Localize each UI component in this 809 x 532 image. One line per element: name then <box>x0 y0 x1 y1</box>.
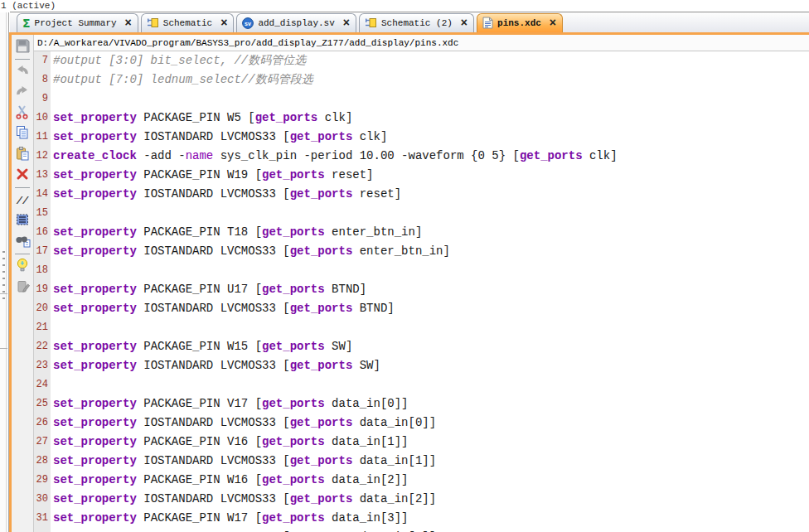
code-text: set_property PACKAGE_PIN T18 [get_ports … <box>51 223 422 242</box>
code-line[interactable]: 13set_property PACKAGE_PIN W19 [get_port… <box>34 166 809 185</box>
editor-tab-bar: ΣProject Summary×Schematic×svadd_display… <box>10 12 809 32</box>
line-number: 12 <box>34 147 51 166</box>
tab-schematic[interactable]: Schematic× <box>141 13 235 32</box>
panel-divider <box>0 293 7 294</box>
line-number: 31 <box>34 509 51 528</box>
code-line[interactable]: 17set_property IOSTANDARD LVCMOS33 [get_… <box>34 242 809 261</box>
close-icon[interactable]: × <box>216 17 227 29</box>
tab-schematic-2[interactable]: Schematic (2)× <box>359 13 474 32</box>
code-text: set_property PACKAGE_PIN W17 [get_ports … <box>51 509 409 528</box>
copy-button[interactable] <box>13 126 31 142</box>
svg-text:sv: sv <box>245 20 252 26</box>
lightbulb-icon <box>16 258 29 275</box>
code-line[interactable]: 14set_property IOSTANDARD LVCMOS33 [get_… <box>34 185 809 204</box>
code-text: set_property IOSTANDARD LVCMOS33 [get_po… <box>51 356 380 375</box>
code-line[interactable]: 7#output [3:0] bit_select, //数码管位选 <box>34 51 809 70</box>
tab-label: pins.xdc <box>497 18 541 28</box>
notes-button[interactable] <box>13 279 31 295</box>
code-text <box>51 318 53 337</box>
line-number: 23 <box>34 356 51 375</box>
code-line[interactable]: 20set_property IOSTANDARD LVCMOS33 [get_… <box>34 299 809 318</box>
code-line[interactable]: 22set_property PACKAGE_PIN W15 [get_port… <box>34 337 809 356</box>
left-panel-edge <box>0 12 9 532</box>
code-line[interactable]: 18 <box>34 261 809 280</box>
code-line[interactable]: 25set_property PACKAGE_PIN V17 [get_port… <box>34 394 809 414</box>
code-editor[interactable]: 7#output [3:0] bit_select, //数码管位选8#outp… <box>34 51 809 532</box>
save-button[interactable] <box>13 39 31 55</box>
code-line[interactable]: 19set_property PACKAGE_PIN U17 [get_port… <box>34 280 809 299</box>
line-number: 7 <box>34 51 51 70</box>
close-icon[interactable]: × <box>545 17 556 29</box>
code-line[interactable]: 29set_property PACKAGE_PIN W16 [get_port… <box>34 471 809 490</box>
line-number: 28 <box>34 452 51 471</box>
line-number: 26 <box>34 414 51 433</box>
copy-icon <box>15 125 30 143</box>
format-button[interactable] <box>13 213 31 229</box>
undo-icon <box>15 64 30 80</box>
line-number: 8 <box>34 70 51 89</box>
paste-icon <box>15 146 30 163</box>
line-number: 16 <box>34 223 51 242</box>
code-line[interactable]: 30set_property IOSTANDARD LVCMOS33 [get_… <box>34 490 809 509</box>
find-button[interactable] <box>13 234 31 249</box>
code-line[interactable]: 31set_property PACKAGE_PIN W17 [get_port… <box>34 509 809 528</box>
line-number: 19 <box>34 280 51 299</box>
toolbar-separator <box>15 59 30 60</box>
lightbulb-button[interactable] <box>13 259 31 274</box>
editor-toolbar: // <box>12 35 34 532</box>
cut-button[interactable] <box>13 105 31 121</box>
code-line[interactable]: 27set_property PACKAGE_PIN V16 [get_port… <box>34 433 809 452</box>
tab-pins-xdc[interactable]: pins.xdc× <box>477 13 563 32</box>
code-text: #output [3:0] bit_select, //数码管位选 <box>51 51 306 70</box>
paste-button[interactable] <box>13 147 31 162</box>
code-text <box>51 89 53 109</box>
code-line[interactable]: 15 <box>34 204 809 223</box>
save-icon <box>15 39 30 56</box>
code-text: set_property IOSTANDARD LVCMOS33 [get_po… <box>51 185 401 204</box>
code-line[interactable]: 26set_property IOSTANDARD LVCMOS33 [get_… <box>34 414 809 433</box>
code-line[interactable]: 11set_property IOSTANDARD LVCMOS33 [get_… <box>34 128 809 147</box>
cut-icon <box>15 104 30 122</box>
schematic-icon <box>365 17 377 28</box>
delete-button[interactable] <box>13 167 31 183</box>
code-line[interactable]: 24 <box>34 375 809 394</box>
undo-button[interactable] <box>13 64 31 80</box>
schematic-icon <box>147 17 159 28</box>
code-text: #output [7:0] lednum_select//数码管段选 <box>51 70 313 89</box>
file-path-bar: D:/A_workarea/VIVADO_program/BASYS3_pro/… <box>34 35 809 51</box>
code-line[interactable]: 32set_property IOSTANDARD LVCMOS33 [get_… <box>34 528 809 532</box>
code-line[interactable]: 21 <box>34 318 809 337</box>
line-number: 25 <box>34 394 51 414</box>
find-icon <box>15 234 31 250</box>
tab-label: Schematic <box>163 18 212 28</box>
redo-button[interactable] <box>13 85 31 100</box>
code-line[interactable]: 23set_property IOSTANDARD LVCMOS33 [get_… <box>34 356 809 375</box>
close-icon[interactable]: × <box>121 17 132 29</box>
code-text: set_property PACKAGE_PIN V17 [get_ports … <box>51 394 409 414</box>
code-text: set_property IOSTANDARD LVCMOS33 [get_po… <box>51 528 436 532</box>
code-text: set_property IOSTANDARD LVCMOS33 [get_po… <box>51 414 436 433</box>
line-number: 29 <box>34 471 51 490</box>
tab-project-summary[interactable]: ΣProject Summary× <box>17 13 138 32</box>
code-text <box>51 204 53 223</box>
code-text: set_property IOSTANDARD LVCMOS33 [get_po… <box>51 128 387 147</box>
code-line[interactable]: 10set_property PACKAGE_PIN W5 [get_ports… <box>34 109 809 128</box>
close-icon[interactable]: × <box>339 17 350 29</box>
line-number: 13 <box>34 166 51 185</box>
tab-label: add_display.sv <box>258 18 334 28</box>
code-line[interactable]: 28set_property IOSTANDARD LVCMOS33 [get_… <box>34 452 809 471</box>
code-text: set_property PACKAGE_PIN W15 [get_ports … <box>51 337 352 356</box>
comment-icon: // <box>17 194 28 207</box>
vivado-editor-window: 1 (active) ΣProject Summary×Schematic×sv… <box>0 0 809 532</box>
tab-add-display-sv[interactable]: svadd_display.sv× <box>236 13 356 32</box>
tab-label: Schematic (2) <box>381 18 453 28</box>
code-text: create_clock -add -name sys_clk_pin -per… <box>51 147 618 166</box>
code-line[interactable]: 12create_clock -add -name sys_clk_pin -p… <box>34 147 809 166</box>
close-icon[interactable]: × <box>457 17 467 29</box>
code-line[interactable]: 8#output [7:0] lednum_select//数码管段选 <box>34 70 809 89</box>
code-line[interactable]: 16set_property PACKAGE_PIN T18 [get_port… <box>34 223 809 242</box>
file-path: D:/A_workarea/VIVADO_program/BASYS3_pro/… <box>37 38 458 48</box>
code-text: set_property PACKAGE_PIN W16 [get_ports … <box>51 471 409 490</box>
comment-button[interactable]: // <box>13 192 31 208</box>
code-line[interactable]: 9 <box>34 89 809 109</box>
